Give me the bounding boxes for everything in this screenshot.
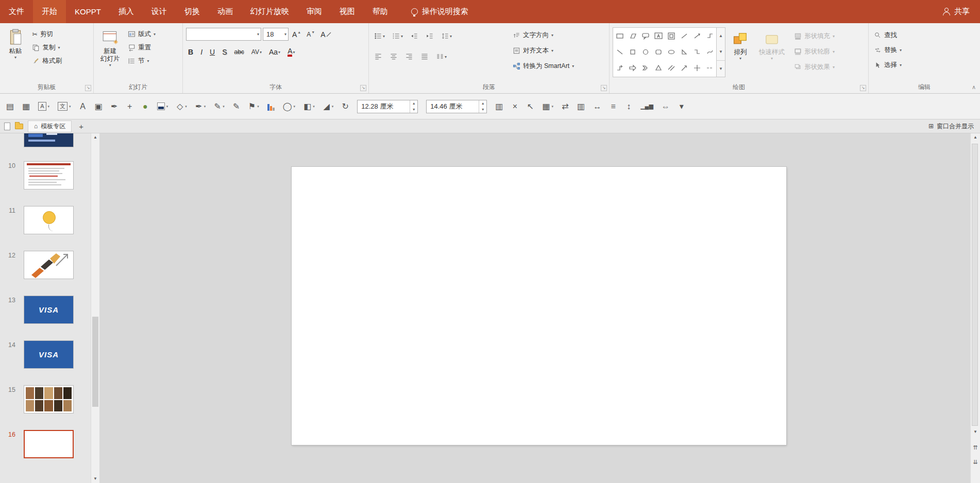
shape-text-box[interactable] (652, 28, 665, 44)
shape-fill-button[interactable]: 形状填充▾ (792, 30, 837, 42)
gallery-more-icon[interactable]: ▼ (717, 60, 725, 77)
thumbnail-scrollbar-thumb[interactable] (92, 317, 98, 407)
solid-circle-icon[interactable]: ● (142, 102, 149, 111)
tab-review[interactable]: 审阅 (298, 0, 331, 23)
bold-button[interactable]: B (186, 46, 195, 58)
crosshair-icon[interactable]: + (126, 102, 133, 111)
clipboard-dialog-launcher-icon[interactable]: ↘ (85, 85, 91, 91)
paragraph-dialog-launcher-icon[interactable]: ↘ (601, 85, 607, 91)
shape-arrow-line[interactable] (690, 28, 703, 44)
scroll-down-icon[interactable]: ▼ (91, 475, 99, 483)
next-slide-button[interactable]: ⇊ (971, 456, 980, 468)
main-scrollbar-thumb[interactable] (972, 144, 978, 426)
replace-button[interactable]: 替换▾ (872, 44, 904, 56)
stepper-up-icon[interactable]: ▲ (479, 100, 486, 107)
pen-icon[interactable]: ✎▾ (214, 102, 225, 111)
reset-button[interactable]: 重置 (126, 42, 158, 54)
fill-color-icon[interactable]: ▾ (157, 102, 168, 110)
text-box-icon[interactable]: A▾ (38, 102, 49, 111)
tab-home[interactable]: 开始 (33, 0, 66, 23)
shape-height-spinner[interactable]: 14.46 厘米 ▲▼ (426, 100, 487, 113)
underline-button[interactable]: U (208, 46, 217, 58)
equal-height-icon[interactable]: ↕ (625, 102, 632, 111)
tab-koppt[interactable]: KOPPT (66, 0, 110, 23)
shape-diagonal-arrow[interactable] (678, 60, 690, 76)
tab-animations[interactable]: 动画 (209, 0, 242, 23)
fit-width-icon[interactable]: ⇔ (662, 102, 670, 111)
slide-16-thumbnail[interactable] (24, 430, 74, 458)
italic-button[interactable]: I (198, 46, 205, 58)
slide-13-thumbnail[interactable]: VISA (24, 296, 74, 324)
window-merge-toggle[interactable]: ⊞ 窗口合并显示 (928, 122, 976, 131)
text-direction-button[interactable]: 文字方向▾ (511, 29, 576, 41)
shape-plus[interactable] (690, 60, 703, 76)
align-right-button[interactable] (403, 50, 415, 63)
open-folder-icon[interactable] (15, 124, 23, 129)
delete-icon[interactable]: × (511, 102, 518, 111)
align-center-button[interactable] (387, 50, 400, 63)
shape-elbow-connector-2[interactable] (690, 44, 703, 60)
strikethrough-button[interactable]: abc (232, 46, 246, 58)
increase-font-size-button[interactable]: A▲ (290, 28, 303, 41)
print-icon[interactable]: ▤ (6, 102, 14, 111)
shape-block-arrow[interactable] (626, 60, 639, 76)
tab-file[interactable]: 文件 (0, 0, 33, 23)
columns-button[interactable]: ▾ (434, 50, 449, 63)
flag-icon[interactable]: ⚑▾ (248, 102, 259, 111)
table-icon[interactable]: ▦▾ (542, 102, 553, 111)
shape-double-line[interactable] (665, 60, 678, 76)
columns-icon[interactable]: ▥ (577, 102, 585, 111)
stepper-up-icon[interactable]: ▲ (410, 100, 417, 107)
shape-line[interactable] (678, 28, 690, 44)
slide-grid-icon[interactable]: ▦ (22, 102, 30, 111)
select-objects-icon[interactable]: ↖ (527, 102, 534, 111)
slide-canvas[interactable] (292, 167, 786, 445)
select-button[interactable]: 选择▾ (872, 59, 904, 71)
more-tools-icon[interactable]: ▾ (678, 102, 685, 111)
stepper-down-icon[interactable]: ▼ (479, 107, 486, 113)
shape-speech-bubble[interactable] (639, 28, 652, 44)
shape-oval[interactable] (665, 44, 678, 60)
align-text-button[interactable]: 对齐文本▾ (511, 45, 576, 57)
tab-design[interactable]: 设计 (143, 0, 176, 23)
convert-to-smartart-button[interactable]: 转换为 SmartArt▾ (511, 60, 576, 72)
text-picture-icon[interactable]: ▣ (95, 102, 103, 111)
character-spacing-button[interactable]: AV▾ (249, 46, 264, 58)
tab-slideshow[interactable]: 幻灯片放映 (242, 0, 298, 23)
text-shadow-button[interactable]: S (220, 46, 229, 58)
shape-circle[interactable] (639, 44, 652, 60)
shape-square[interactable] (626, 44, 639, 60)
shape-rectangle[interactable] (613, 28, 626, 44)
vertical-text-box-icon[interactable]: 文▾ (58, 102, 71, 111)
copy-button[interactable]: 复制▾ (30, 42, 64, 54)
drawing-dialog-launcher-icon[interactable]: ↘ (860, 85, 866, 91)
slide-15-thumbnail[interactable] (24, 385, 74, 413)
font-size-combo[interactable]: 18▾ (263, 28, 289, 41)
ellipse-icon[interactable]: ◯▾ (283, 102, 295, 111)
font-color-button[interactable]: A▾ (285, 46, 297, 58)
increase-indent-button[interactable] (424, 30, 436, 42)
paste-button[interactable]: 粘贴 ▾ (3, 26, 28, 81)
shape-dash[interactable] (703, 60, 716, 76)
decrease-font-size-button[interactable]: A▼ (305, 28, 317, 41)
collapse-ribbon-icon[interactable]: ∧ (972, 84, 976, 91)
shape-outline-button[interactable]: 形状轮廓▾ (792, 46, 837, 58)
add-tab-button[interactable]: + (76, 122, 86, 131)
new-slide-button[interactable]: 新建 幻灯片 ▾ (97, 26, 124, 81)
tab-help[interactable]: 帮助 (364, 0, 397, 23)
shape-right-triangle[interactable] (678, 44, 690, 60)
font-dialog-launcher-icon[interactable]: ↘ (360, 85, 366, 91)
scroll-up-icon[interactable]: ▲ (971, 133, 980, 142)
shape-rounded-rectangle[interactable] (652, 44, 665, 60)
find-button[interactable]: 查找 (872, 29, 904, 41)
shape-icon[interactable]: ◇▾ (176, 102, 187, 111)
slide-12-thumbnail[interactable] (24, 251, 74, 279)
previous-slide-button[interactable]: ⇈ (971, 441, 980, 454)
scroll-down-icon[interactable]: ▼ (971, 428, 980, 436)
line-spacing-button[interactable]: ▾ (439, 30, 454, 42)
quick-styles-button[interactable]: 快速样式 ▾ (755, 27, 788, 79)
tell-me-search[interactable]: 操作说明搜索 (404, 0, 476, 23)
slide-10-thumbnail[interactable] (24, 161, 74, 189)
swap-icon[interactable]: ⇄ (562, 102, 569, 111)
slide-11-thumbnail[interactable] (24, 206, 74, 234)
